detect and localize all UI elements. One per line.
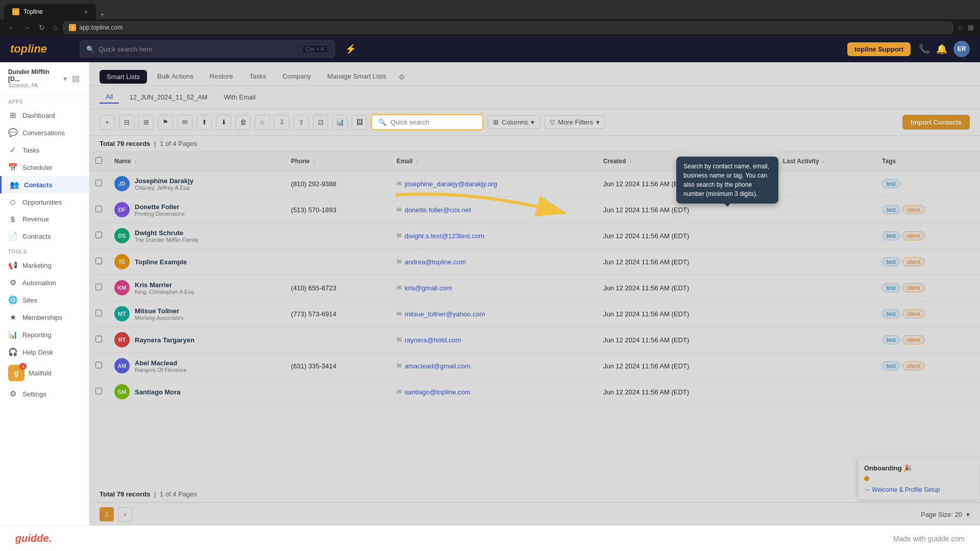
tag-client[interactable]: client [902, 309, 925, 318]
add-contact-button[interactable]: + [100, 115, 115, 130]
contact-name[interactable]: Abel Maclead [135, 359, 187, 367]
flag-button[interactable]: ⚑ [158, 115, 173, 130]
page-size-chevron-icon[interactable]: ▾ [966, 511, 970, 518]
image-button[interactable]: 🖼 [352, 115, 367, 130]
tag-test[interactable]: test [882, 283, 900, 292]
email-address[interactable]: kris@gmail.com [405, 284, 452, 292]
sidebar-item-helpdesk[interactable]: 🎧 Help Desk [0, 343, 89, 361]
tag-test[interactable]: test [882, 309, 900, 318]
tab-close-icon[interactable]: ✕ [84, 9, 88, 15]
upload-button[interactable]: ⬆ [197, 115, 212, 130]
email-address[interactable]: donette.foller@cox.net [405, 206, 471, 214]
tab-tasks[interactable]: Tasks [241, 68, 274, 85]
contact-name[interactable]: Dwight Schrute [135, 229, 199, 237]
select-all-checkbox-header[interactable] [89, 152, 108, 171]
sidebar-item-marketing[interactable]: 📢 Marketing [0, 257, 89, 274]
tag-test[interactable]: test [882, 179, 900, 188]
contact-name[interactable]: Topline Example [135, 258, 187, 266]
col-phone[interactable]: Phone ↕ [285, 152, 390, 171]
group-button[interactable]: ⊞ [138, 115, 154, 130]
filter-tab-email[interactable]: With Email [218, 91, 262, 103]
home-button[interactable]: ⌂ [51, 22, 59, 33]
page-1-button[interactable]: 1 [100, 507, 114, 521]
support-button[interactable]: topline Support [847, 42, 911, 56]
tab-manage-smart-lists[interactable]: Manage Smart Lists [319, 68, 395, 85]
contact-name[interactable]: Kris Marrier [135, 281, 194, 289]
forward-button[interactable]: → [21, 22, 33, 33]
tag-client[interactable]: client [902, 361, 925, 370]
import-contacts-button[interactable]: Import Contacts [902, 115, 970, 130]
user-avatar[interactable]: ER [953, 41, 970, 57]
sidebar-item-contracts[interactable]: 📄 Contracts [0, 228, 89, 245]
topbar-search[interactable]: 🔍 Quick search here Ctrl + K [80, 40, 335, 58]
tag-client[interactable]: client [902, 335, 925, 344]
tag-client[interactable]: client [902, 257, 925, 266]
onboarding-link[interactable]: → Welcome & Profile Setup [864, 486, 973, 493]
quick-search-input[interactable] [390, 118, 476, 126]
email-button[interactable]: ✉ [177, 115, 192, 130]
email-address[interactable]: mitsue_tollner@yahoo.com [405, 310, 485, 318]
sidebar-item-contacts[interactable]: 👥 Contacts [0, 176, 89, 193]
tag-client[interactable]: client [902, 283, 925, 292]
company-selector[interactable]: Dunder Mifflin [D... Scranton, PA ▾ ▤ [0, 62, 89, 95]
contact-name[interactable]: Josephine Darakjy [135, 177, 193, 185]
sidebar-item-mailfold[interactable]: g 3 Mailfold [0, 361, 89, 385]
page-next-button[interactable]: › [118, 507, 132, 521]
email-address[interactable]: andrea@topline.com [405, 258, 466, 266]
col-email[interactable]: Email ↕ [390, 152, 597, 171]
tab-restore[interactable]: Restore [202, 68, 241, 85]
notifications-icon[interactable]: 🔔 [936, 43, 947, 55]
contact-name[interactable]: Mitsue Tollner [135, 307, 183, 315]
delete-button[interactable]: 🗑 [235, 115, 251, 130]
reload-button[interactable]: ↻ [37, 22, 47, 33]
new-tab-button[interactable]: + [100, 10, 105, 19]
extensions-icon[interactable]: ⊞ [968, 23, 974, 32]
tag-client[interactable]: client [902, 231, 925, 240]
contact-name[interactable]: Santiago Mora [135, 388, 181, 396]
grid-button[interactable]: ⊡ [313, 115, 328, 130]
sidebar-item-opportunities[interactable]: ◇ Opportunities [0, 193, 89, 211]
sidebar-item-sites[interactable]: 🌐 Sites [0, 291, 89, 309]
tab-bulk-actions[interactable]: Bulk Actions [149, 68, 202, 85]
export-button[interactable]: ⇩ [274, 115, 289, 130]
row-checkbox[interactable] [89, 301, 108, 327]
back-button[interactable]: ← [6, 22, 17, 33]
download-button[interactable]: ⬇ [216, 115, 231, 130]
filter-tab-all[interactable]: All [100, 91, 119, 104]
row-checkbox[interactable] [89, 249, 108, 275]
row-checkbox[interactable] [89, 223, 108, 249]
contact-name[interactable]: Raynera Targaryen [135, 336, 194, 344]
lightning-icon[interactable]: ⚡ [345, 43, 356, 55]
sidebar-item-reporting[interactable]: 📊 Reporting [0, 326, 89, 343]
tab-settings-icon[interactable]: ⚙ [399, 73, 405, 81]
email-address[interactable]: santiago@topline.com [405, 388, 471, 396]
chart-button[interactable]: 📊 [332, 115, 348, 130]
row-checkbox[interactable] [89, 353, 108, 379]
contact-name[interactable]: Donette Foller [135, 203, 185, 211]
tab-company[interactable]: Company [275, 68, 320, 85]
email-address[interactable]: josephine_darakjy@darakjy.org [405, 180, 497, 188]
col-name[interactable]: Name ↕ [108, 152, 285, 171]
row-checkbox[interactable] [89, 379, 108, 405]
sidebar-item-dashboard[interactable]: ⊞ Dashboard [0, 107, 89, 124]
filter-button[interactable]: ⊟ [119, 115, 134, 130]
row-checkbox[interactable] [89, 171, 108, 197]
quick-search-box[interactable]: 🔍 [371, 114, 483, 130]
import-button[interactable]: ⇪ [293, 115, 309, 130]
bookmark-icon[interactable]: ☆ [957, 23, 964, 32]
sidebar-item-scheduler[interactable]: 📅 Scheduler [0, 159, 89, 176]
sidebar-item-conversations[interactable]: 💬 Conversations [0, 124, 89, 141]
phone-icon[interactable]: 📞 [919, 43, 930, 55]
address-bar[interactable]: t app.topline.com [63, 21, 953, 34]
row-checkbox[interactable] [89, 197, 108, 223]
email-address[interactable]: dwight.s.test@123test.com [405, 232, 484, 240]
tag-test[interactable]: test [882, 361, 900, 370]
email-address[interactable]: raynera@hotd.com [405, 336, 461, 344]
tab-smart-lists[interactable]: Smart Lists [100, 70, 147, 84]
columns-button[interactable]: ⊞ Columns ▾ [487, 115, 540, 129]
sidebar-item-tasks[interactable]: ✓ Tasks [0, 141, 89, 159]
sidebar-item-automation[interactable]: ⚙ Automation [0, 274, 89, 291]
tag-test[interactable]: test [882, 335, 900, 344]
tag-test[interactable]: test [882, 205, 900, 214]
filter-tab-date[interactable]: 12_JUN_2024_11_52_AM [123, 91, 213, 103]
